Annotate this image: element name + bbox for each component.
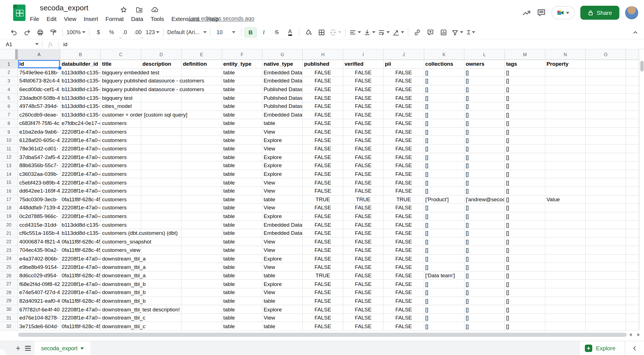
cell-M19[interactable]: [] [505, 212, 545, 221]
cell-O27[interactable] [586, 280, 626, 288]
cell-O22[interactable] [586, 238, 626, 246]
cell-O25[interactable] [586, 263, 626, 271]
cell-N24[interactable] [545, 255, 586, 263]
cell-N5[interactable] [545, 94, 586, 102]
cell-K23[interactable]: [] [424, 246, 465, 254]
cell-B27[interactable]: 22208f1e-47a0-4 [60, 280, 101, 288]
cell-K17[interactable]: ['Product'] [424, 195, 465, 204]
cell-I27[interactable]: FALSE [343, 280, 384, 288]
cell-I15[interactable]: FALSE [343, 178, 384, 187]
cell-B8[interactable]: e7fdbc24-0e17-4 [60, 119, 101, 127]
cell-K9[interactable]: [] [424, 128, 465, 136]
borders-button[interactable] [315, 27, 328, 37]
cell-G1[interactable]: native_type [262, 60, 303, 68]
cell-C1[interactable]: title [101, 60, 141, 68]
cell-H2[interactable]: FALSE [303, 68, 343, 77]
cell-partial-19[interactable] [626, 212, 639, 221]
cell-E12[interactable] [182, 153, 222, 161]
cell-partial-13[interactable] [626, 162, 639, 170]
cell-N25[interactable] [545, 263, 586, 271]
cell-M7[interactable]: [] [505, 111, 545, 119]
cell-O21[interactable] [586, 229, 626, 238]
cell-M4[interactable]: [] [505, 85, 545, 94]
cell-B4[interactable]: b113dd8d-c135- [60, 85, 101, 94]
cell-A6[interactable]: 49748c57-394d- [18, 102, 60, 111]
cell-G19[interactable]: Explore [262, 212, 303, 221]
cell-I12[interactable]: FALSE [343, 153, 384, 161]
cell-F5[interactable]: table [222, 94, 262, 102]
cell-C24[interactable]: downstream_tbl_a [101, 255, 141, 263]
cell-partial-32[interactable] [626, 322, 639, 331]
cell-G22[interactable]: View [262, 238, 303, 246]
cell-G10[interactable]: Explore [262, 136, 303, 145]
cell-M14[interactable]: [] [505, 170, 545, 178]
cell-O10[interactable] [586, 136, 626, 145]
cell-F2[interactable]: table [222, 68, 262, 77]
cell-G23[interactable]: View [262, 246, 303, 254]
cell-A21[interactable]: cf6c551a-165b-4 [18, 229, 60, 238]
cell-C21[interactable]: customers (dbt.customers) (dbt) [101, 229, 141, 238]
cell-F23[interactable]: table [222, 246, 262, 254]
cell-B32[interactable]: 0fa11f8f-628c-45 [60, 322, 101, 331]
vertical-scrollbar-thumb[interactable] [640, 61, 644, 71]
cell-D19[interactable] [141, 212, 182, 221]
cell-H24[interactable]: FALSE [303, 255, 343, 263]
cell-K32[interactable]: [] [424, 322, 465, 331]
cell-E13[interactable] [182, 162, 222, 170]
cell-H4[interactable]: FALSE [303, 85, 343, 94]
cell-B31[interactable]: 22208f1e-47a0-4 [60, 314, 101, 322]
cell-I17[interactable]: TRUE [343, 195, 384, 204]
row-header-6[interactable]: 6 [0, 102, 18, 111]
cell-I14[interactable]: FALSE [343, 170, 384, 178]
menu-item-format[interactable]: Format [102, 16, 127, 22]
cell-partial-1[interactable] [626, 60, 639, 68]
cell-J14[interactable]: FALSE [384, 170, 424, 178]
cell-G17[interactable]: table [262, 195, 303, 204]
cell-A12[interactable]: 37dba547-2af5-4 [18, 153, 60, 161]
cell-E5[interactable] [182, 94, 222, 102]
cell-J6[interactable]: FALSE [384, 102, 424, 111]
comment-history-icon[interactable] [537, 8, 546, 17]
cell-B19[interactable]: 22208f1e-47a0-4 [60, 212, 101, 221]
cell-I19[interactable]: FALSE [343, 212, 384, 221]
cell-partial-21[interactable] [626, 229, 639, 238]
cell-H29[interactable]: FALSE [303, 297, 343, 305]
cell-E22[interactable] [182, 238, 222, 246]
name-box[interactable]: A1 [0, 41, 42, 47]
cell-A14[interactable]: c36032aa-039b- [18, 170, 60, 178]
cell-E16[interactable] [182, 187, 222, 195]
cell-C2[interactable]: bigquery embedded test [101, 68, 141, 77]
row-header-8[interactable]: 8 [0, 119, 18, 127]
cell-I30[interactable]: FALSE [343, 305, 384, 314]
cell-O8[interactable] [586, 119, 626, 127]
cell-D14[interactable] [141, 170, 182, 178]
cell-H12[interactable]: FALSE [303, 153, 343, 161]
insert-chart-button[interactable] [437, 27, 450, 37]
cell-J20[interactable]: FALSE [384, 221, 424, 229]
cell-K4[interactable]: [] [424, 85, 465, 94]
cell-M18[interactable]: [] [505, 204, 545, 212]
cell-I16[interactable]: FALSE [343, 187, 384, 195]
cell-A23[interactable]: 704ec435-90a2- [18, 246, 60, 254]
cell-O14[interactable] [586, 170, 626, 178]
cell-M5[interactable]: [] [505, 94, 545, 102]
cell-I29[interactable]: FALSE [343, 297, 384, 305]
cell-H13[interactable]: FALSE [303, 162, 343, 170]
row-header-2[interactable]: 2 [0, 68, 18, 77]
cell-J28[interactable]: FALSE [384, 288, 424, 297]
cell-H28[interactable]: FALSE [303, 288, 343, 297]
cell-G15[interactable]: View [262, 178, 303, 187]
cell-G27[interactable]: Explore [262, 280, 303, 288]
cell-F8[interactable]: table [222, 119, 262, 127]
cell-partial-24[interactable] [626, 255, 639, 263]
cell-partial-2[interactable] [626, 68, 639, 77]
cell-N16[interactable] [545, 187, 586, 195]
cell-L27[interactable]: [] [465, 280, 505, 288]
undo-button[interactable] [7, 27, 20, 37]
cell-L16[interactable]: [] [465, 187, 505, 195]
cell-E20[interactable] [182, 221, 222, 229]
cell-O2[interactable] [586, 68, 626, 77]
cell-G2[interactable]: Embedded Datas [262, 68, 303, 77]
cell-M30[interactable]: [] [505, 305, 545, 314]
row-header-32[interactable]: 32 [0, 322, 18, 331]
